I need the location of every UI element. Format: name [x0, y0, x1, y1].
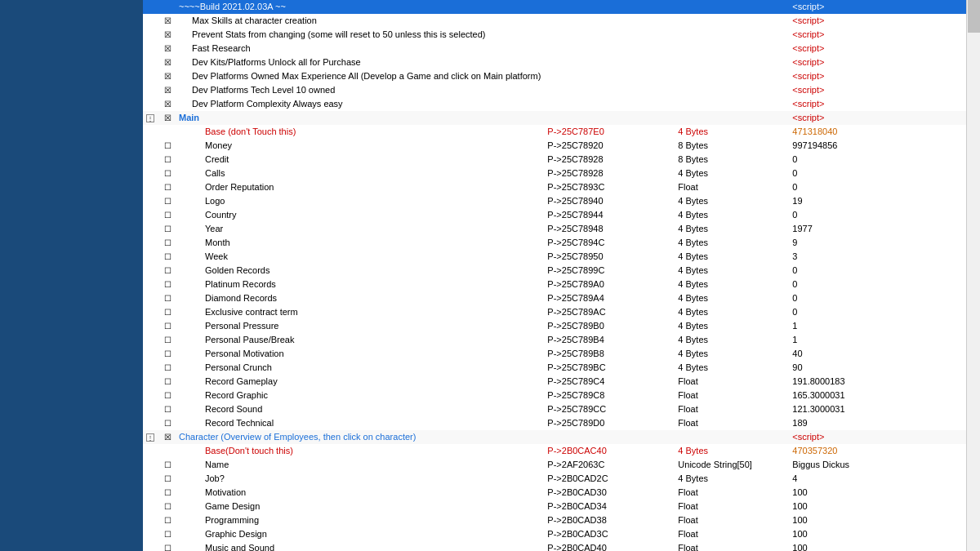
- list-item: ☒ Prevent Stats from changing (some will…: [143, 28, 966, 42]
- list-item: ☐ Month P->25C7894C 4 Bytes 9: [143, 236, 966, 250]
- list-item: ☐ Motivation P->2B0CAD30 Float 100: [143, 486, 966, 500]
- list-item: ☐ Record Gameplay P->25C789C4 Float 191.…: [143, 375, 966, 389]
- list-item: ☐ Name P->2AF2063C Unicode String[50] Bi…: [143, 458, 966, 472]
- list-item: ☐ Job? P->2B0CAD2C 4 Bytes 4: [143, 472, 966, 486]
- char-expand-icon[interactable]: ⋮: [146, 433, 154, 442]
- checkbox-6[interactable]: ☒: [164, 86, 172, 95]
- row-label: Max Skills at character creation: [176, 14, 544, 28]
- checkbox-3[interactable]: ☒: [164, 44, 172, 53]
- main-checkbox[interactable]: ☒: [164, 113, 172, 122]
- list-item: ☐ Programming P->2B0CAD38 Float 100: [143, 513, 966, 527]
- char-checkbox[interactable]: ☒: [164, 433, 172, 442]
- list-item: ☐ Personal Pause/Break P->25C789B4 4 Byt…: [143, 333, 966, 347]
- cheat-table: ~~~~Build 2021.02.03A ~~ <script> ☒ Max …: [143, 0, 966, 551]
- base-row-main: Base (don't Touch this) P->25C787E0 4 By…: [143, 125, 966, 139]
- list-item: ☐ Calls P->25C78928 4 Bytes 0: [143, 167, 966, 180]
- list-item: ☐ Logo P->25C78940 4 Bytes 19: [143, 194, 966, 208]
- scrollbar-thumb[interactable]: [968, 0, 980, 33]
- list-item: ☐ Golden Records P->25C7899C 4 Bytes 0: [143, 264, 966, 278]
- list-item: ☒ Dev Kits/Platforms Unlock all for Purc…: [143, 56, 966, 69]
- header-title: ~~~~Build 2021.02.03A ~~: [176, 0, 544, 14]
- list-item: ☒ Dev Platforms Owned Max Experience All…: [143, 69, 966, 83]
- list-item: ☐ Year P->25C78948 4 Bytes 1977: [143, 222, 966, 236]
- row-label: Prevent Stats from changing (some will r…: [176, 28, 544, 42]
- app-container: ~~~~Build 2021.02.03A ~~ <script> ☒ Max …: [0, 0, 980, 551]
- header-addr: [544, 0, 675, 14]
- checkbox-2[interactable]: ☒: [164, 30, 172, 39]
- main-expand-icon[interactable]: ⋮: [146, 114, 154, 122]
- list-item: ☐ Diamond Records P->25C789A4 4 Bytes 0: [143, 291, 966, 305]
- list-item: ☐ Exclusive contract term P->25C789AC 4 …: [143, 305, 966, 319]
- header-title-text: ~~~~Build 2021.02.03A ~~: [179, 2, 286, 11]
- list-item: ☐ Order Reputation P->25C7893C Float 0: [143, 180, 966, 194]
- list-item: ☐ Country P->25C78944 4 Bytes 0: [143, 208, 966, 222]
- list-item: ☒ Dev Platforms Tech Level 10 owned <scr…: [143, 83, 966, 97]
- list-item: ☒ Fast Research <script>: [143, 42, 966, 56]
- table-header-row: ~~~~Build 2021.02.03A ~~ <script>: [143, 0, 966, 14]
- list-item: ☐ Record Graphic P->25C789C8 Float 165.3…: [143, 389, 966, 402]
- list-item: ☐ Money P->25C78920 8 Bytes 997194856: [143, 139, 966, 153]
- checkbox-1[interactable]: ☒: [164, 16, 172, 25]
- list-item: ☐ Music and Sound P->2B0CAD40 Float 100: [143, 541, 966, 551]
- main-section-label: Main: [176, 111, 544, 125]
- char-section-label: Character (Overview of Employees, then c…: [176, 430, 544, 444]
- list-item: ☐ Personal Motivation P->25C789B8 4 Byte…: [143, 347, 966, 361]
- left-panel: [0, 0, 143, 551]
- list-item: ☐ Week P->25C78950 4 Bytes 3: [143, 250, 966, 264]
- base-row-char: Base(Don't touch this) P->2B0CAC40 4 Byt…: [143, 444, 966, 458]
- checkbox-7[interactable]: ☒: [164, 100, 172, 109]
- list-item: ☐ Platinum Records P->25C789A0 4 Bytes 0: [143, 278, 966, 291]
- row-label: Dev Kits/Platforms Unlock all for Purcha…: [176, 56, 544, 69]
- checkbox-4[interactable]: ☒: [164, 58, 172, 67]
- list-item: ☐ Game Design P->2B0CAD34 Float 100: [143, 500, 966, 513]
- list-item: ☒ Max Skills at character creation <scri…: [143, 14, 966, 28]
- header-script: <script>: [792, 2, 824, 11]
- header-check: [159, 0, 176, 14]
- list-item: ☐ Record Sound P->25C789CC Float 121.300…: [143, 402, 966, 416]
- header-type: [675, 0, 789, 14]
- row-label: Dev Platforms Owned Max Experience All (…: [176, 69, 544, 83]
- list-item: ☐ Personal Pressure P->25C789B0 4 Bytes …: [143, 319, 966, 333]
- header-expand: [143, 0, 159, 14]
- row-label: Dev Platform Complexity Always easy: [176, 97, 544, 111]
- list-item: ☐ Credit P->25C78928 8 Bytes 0: [143, 153, 966, 167]
- list-item: ☐ Personal Crunch P->25C789BC 4 Bytes 90: [143, 361, 966, 375]
- main-section-header[interactable]: ⋮ ☒ Main <script>: [143, 111, 966, 125]
- header-value: <script>: [789, 0, 966, 14]
- row-label: Dev Platforms Tech Level 10 owned: [176, 83, 544, 97]
- list-item: ☐ Graphic Design P->2B0CAD3C Float 100: [143, 527, 966, 541]
- main-content[interactable]: ~~~~Build 2021.02.03A ~~ <script> ☒ Max …: [143, 0, 966, 551]
- checkbox-5[interactable]: ☒: [164, 72, 172, 81]
- row-label: Fast Research: [176, 42, 544, 56]
- list-item: ☐ Record Technical P->25C789D0 Float 189: [143, 416, 966, 430]
- scrollbar[interactable]: [966, 0, 980, 551]
- character-section-header[interactable]: ⋮ ☒ Character (Overview of Employees, th…: [143, 430, 966, 444]
- list-item: ☒ Dev Platform Complexity Always easy <s…: [143, 97, 966, 111]
